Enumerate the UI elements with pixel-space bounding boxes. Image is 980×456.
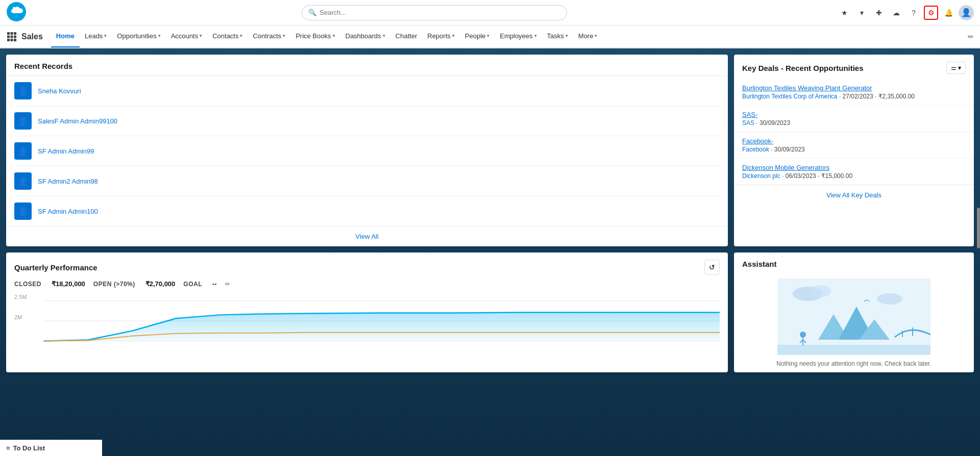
salesforce-logo[interactable] xyxy=(6,2,27,23)
search-box[interactable]: 🔍 xyxy=(302,5,567,20)
help-icon[interactable]: ? xyxy=(906,6,921,20)
favorites-chevron-icon[interactable]: ▾ xyxy=(854,6,869,20)
record-name[interactable]: Sneha Kovvuri xyxy=(38,87,81,95)
record-avatar: 👤 xyxy=(14,82,32,99)
settings-icon[interactable]: ⚙ xyxy=(924,6,938,20)
view-all-button[interactable]: View All xyxy=(6,226,728,246)
closed-label: CLOSED xyxy=(14,281,41,288)
chart-svg xyxy=(14,296,720,356)
deal-title[interactable]: Dickenson Mobile Generators xyxy=(742,164,966,171)
record-avatar: 👤 xyxy=(14,202,32,220)
edit-nav-icon[interactable]: ✏ xyxy=(966,31,976,43)
nav-chevron-icon: ▾ xyxy=(487,33,489,38)
view-all-deals-button[interactable]: View All Key Deals xyxy=(734,185,974,205)
nav-item-chatter[interactable]: Chatter xyxy=(390,26,423,48)
deal-company[interactable]: Facebook xyxy=(742,146,769,153)
nav-item-leads[interactable]: Leads▾ xyxy=(80,26,112,48)
recent-records-card: Recent Records 👤Sneha Kovvuri👤SalesF Adm… xyxy=(6,55,728,246)
deal-title[interactable]: Burlington Textiles Weaving Plant Genera… xyxy=(742,84,966,92)
bell-icon[interactable]: 🔔 xyxy=(941,6,955,20)
nav-item-dashboards[interactable]: Dashboards▾ xyxy=(340,26,390,48)
nav-item-accounts[interactable]: Accounts▾ xyxy=(166,26,207,48)
nav-item-label: Contracts xyxy=(253,32,281,40)
record-list: 👤Sneha Kovvuri👤SalesF Admin Admin99100👤S… xyxy=(6,76,728,226)
record-item[interactable]: 👤SF Admin Admin100 xyxy=(14,196,720,226)
nav-item-employees[interactable]: Employees▾ xyxy=(495,26,542,48)
top-bar: 🔍 ★ ▾ ✚ ☁ ? ⚙ 🔔 👤 xyxy=(0,0,980,26)
record-item[interactable]: 👤SF Admin2 Admin98 xyxy=(14,166,720,196)
nav-item-tasks[interactable]: Tasks▾ xyxy=(542,26,573,48)
nav-chevron-icon: ▾ xyxy=(240,33,242,38)
record-name[interactable]: SF Admin Admin99 xyxy=(38,147,94,155)
nav-item-label: Reports xyxy=(427,32,451,40)
svg-rect-5 xyxy=(11,35,13,38)
assistant-message: Nothing needs your attention right now. … xyxy=(734,360,974,372)
deal-company[interactable]: Dickenson plc xyxy=(742,172,780,180)
record-name[interactable]: SF Admin2 Admin98 xyxy=(38,178,98,185)
deal-amount: · ₹15,000.00 xyxy=(816,172,852,180)
nav-chevron-icon: ▾ xyxy=(200,33,202,38)
record-item[interactable]: 👤SF Admin Admin99 xyxy=(14,136,720,166)
goal-label: GOAL xyxy=(183,281,202,288)
svg-rect-4 xyxy=(7,35,10,38)
record-avatar: 👤 xyxy=(14,172,32,190)
nav-chevron-icon: ▾ xyxy=(158,33,161,38)
assistant-title: Assistant xyxy=(734,252,974,273)
deal-meta: Burlington Textiles Corp of America · 27… xyxy=(742,93,966,100)
nav-item-more[interactable]: More▾ xyxy=(573,26,603,48)
nav-item-label: Price Books xyxy=(296,32,331,40)
favorites-icon[interactable]: ★ xyxy=(837,6,851,20)
svg-rect-2 xyxy=(11,32,13,35)
nav-item-label: Chatter xyxy=(396,32,418,40)
nav-item-label: Home xyxy=(56,32,75,40)
record-item[interactable]: 👤Sneha Kovvuri xyxy=(14,76,720,106)
nav-item-label: People xyxy=(465,32,485,40)
search-input[interactable] xyxy=(320,9,560,16)
nav-item-label: Opportunities xyxy=(117,32,156,40)
nav-item-home[interactable]: Home xyxy=(51,26,80,48)
nav-bar: Sales HomeLeads▾Opportunities▾Accounts▾C… xyxy=(0,26,980,48)
filter-chevron-icon: ▾ xyxy=(958,64,961,71)
nav-chevron-icon: ▾ xyxy=(283,33,285,38)
deals-list: Burlington Textiles Weaving Plant Genera… xyxy=(734,79,974,185)
todo-bar[interactable]: ≡ To Do List xyxy=(0,440,102,456)
record-name[interactable]: SF Admin Admin100 xyxy=(38,208,98,215)
setup-cloud-icon[interactable]: ☁ xyxy=(889,6,903,20)
add-icon[interactable]: ✚ xyxy=(872,6,886,20)
svg-point-15 xyxy=(811,285,831,297)
deal-item: Dickenson Mobile GeneratorsDickenson plc… xyxy=(734,159,974,185)
record-item[interactable]: 👤SalesF Admin Admin99100 xyxy=(14,106,720,136)
nav-item-contracts[interactable]: Contracts▾ xyxy=(248,26,290,48)
chart-y-label-2m: 2M xyxy=(14,314,22,320)
nav-item-people[interactable]: People▾ xyxy=(460,26,495,48)
nav-chevron-icon: ▾ xyxy=(566,33,568,38)
nav-item-label: Leads xyxy=(85,32,103,40)
deal-meta: Dickenson plc · 06/03/2023 · ₹15,000.00 xyxy=(742,172,966,180)
deal-item: Burlington Textiles Weaving Plant Genera… xyxy=(734,79,974,106)
scrollbar[interactable] xyxy=(977,208,980,248)
nav-chevron-icon: ▾ xyxy=(595,33,597,38)
nav-item-label: Contacts xyxy=(212,32,238,40)
nav-item-reports[interactable]: Reports▾ xyxy=(422,26,460,48)
perf-title: Quarterly Performance xyxy=(14,263,97,272)
key-deals-title: Key Deals - Recent Opportunities xyxy=(742,64,864,72)
perf-stats: CLOSED ₹18,20,000 OPEN (>70%) ₹2,70,000 … xyxy=(6,280,728,294)
closed-value: ₹18,20,000 xyxy=(52,280,85,288)
edit-goal-icon[interactable]: ✏ xyxy=(225,281,230,288)
refresh-button[interactable]: ↺ xyxy=(704,260,720,275)
record-avatar: 👤 xyxy=(14,142,32,160)
avatar[interactable]: 👤 xyxy=(959,5,974,20)
record-name[interactable]: SalesF Admin Admin99100 xyxy=(38,117,117,125)
deal-title[interactable]: SAS- xyxy=(742,111,966,118)
deal-company[interactable]: Burlington Textiles Corp of America xyxy=(742,93,838,100)
svg-rect-8 xyxy=(11,39,13,41)
filter-button[interactable]: ⚌ ▾ xyxy=(946,62,966,74)
apps-grid-icon[interactable] xyxy=(4,29,19,44)
deal-date: · 30/09/2023 xyxy=(754,119,790,126)
nav-item-opportunities[interactable]: Opportunities▾ xyxy=(112,26,165,48)
deal-company[interactable]: SAS xyxy=(742,119,754,126)
deal-title[interactable]: Facebook- xyxy=(742,137,966,145)
assistant-illustration xyxy=(734,273,974,360)
nav-item-contacts[interactable]: Contacts▾ xyxy=(207,26,248,48)
nav-item-price-books[interactable]: Price Books▾ xyxy=(290,26,340,48)
